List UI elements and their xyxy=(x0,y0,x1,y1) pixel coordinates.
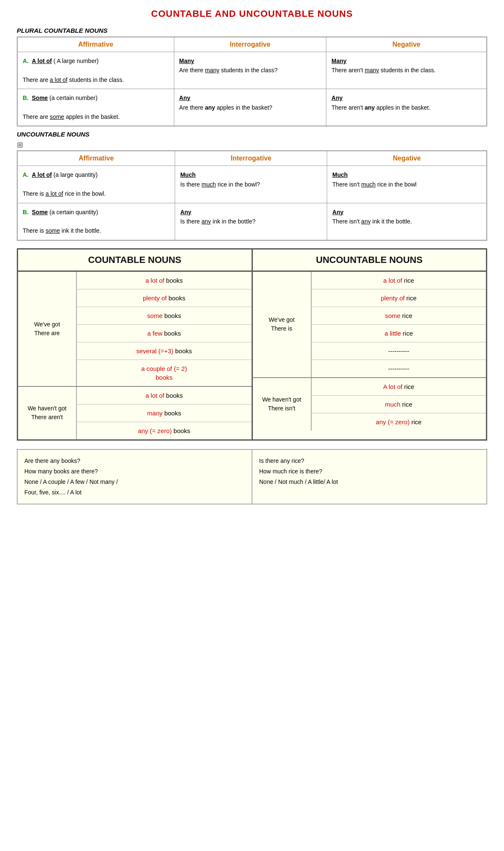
col-interrogative-2: Interrogative xyxy=(175,151,327,166)
list-item: plenty of rice xyxy=(312,289,486,307)
list-item: many books xyxy=(77,404,252,422)
page-title: COUNTABLE AND UNCOUNTABLE NOUNS xyxy=(17,8,487,19)
header-uncountable: UNCOUNTABLE NOUNS xyxy=(253,250,486,271)
section1-label: PLURAL COUNTABLE NOUNS xyxy=(17,27,487,34)
questions-rice: Is there any rice? How much rice is ther… xyxy=(252,449,487,504)
list-item: some rice xyxy=(312,307,486,325)
countable-half: We've gotThere are a lot of books plenty… xyxy=(18,272,253,439)
cell-aff-b2: B. Some (a certain quantity) There is so… xyxy=(18,203,175,240)
list-item: any (= zero) rice xyxy=(312,413,486,431)
cell-int-a: Many Are there many students in the clas… xyxy=(174,52,326,89)
term-a-note-2: (a large quantity) xyxy=(53,171,97,178)
list-item: a lot of books xyxy=(77,387,252,404)
int-a2-body: Is there much rice in the bowl? xyxy=(180,181,260,188)
list-item: a lot of books xyxy=(77,272,252,289)
neg-a-body: There aren't many students in the class. xyxy=(331,67,436,74)
list-item: a couple of (= 2)books xyxy=(77,360,252,386)
neg-b2-head: Any xyxy=(332,209,343,215)
cell-neg-a: Many There aren't many students in the c… xyxy=(326,52,487,89)
neg-b-head: Any xyxy=(331,95,342,101)
countable-negative-items: a lot of books many books any (= zero) b… xyxy=(77,387,252,439)
cell-neg-b: Any There aren't any apples in the baske… xyxy=(326,89,487,126)
uncountable-nouns-table: Affirmative Interrogative Negative A. A … xyxy=(17,150,487,240)
neg-a2-body: There isn't much rice in the bowl xyxy=(332,181,416,188)
table-row: Are there any books? How many books are … xyxy=(17,449,487,504)
list-item: ---------- xyxy=(312,360,486,377)
col-negative-2: Negative xyxy=(327,151,487,166)
int-b2-body: Is there any ink in the bottle? xyxy=(180,218,255,225)
cell-aff-b: B. Some (a certain number) There are som… xyxy=(18,89,174,126)
neg-b-body: There aren't any apples in the basket. xyxy=(331,104,430,111)
neg-a-head: Many xyxy=(331,58,346,64)
neg-b2-body: There isn't any ink it the bottle. xyxy=(332,218,412,225)
list-item: some books xyxy=(77,307,252,325)
int-a-head: Many xyxy=(179,58,194,64)
table-row: A. A lot of ( A large number) There are … xyxy=(18,52,487,89)
cell-aff-a2: A. A lot of (a large quantity) There is … xyxy=(18,166,175,203)
countable-positive-label: We've gotThere are xyxy=(18,272,77,386)
countable-positive-section: We've gotThere are a lot of books plenty… xyxy=(18,272,252,387)
table-row: B. Some (a certain quantity) There is so… xyxy=(18,203,487,240)
header-countable: COUNTABLE NOUNS xyxy=(18,250,253,271)
col-affirmative: Affirmative xyxy=(18,37,174,52)
term-b-note: (a certain number) xyxy=(50,95,97,101)
table-row: B. Some (a certain number) There are som… xyxy=(18,89,487,126)
uncountable-positive-section: We've gotThere is a lot of rice plenty o… xyxy=(253,272,486,378)
big-table-header: COUNTABLE NOUNS UNCOUNTABLE NOUNS xyxy=(18,250,486,272)
table-row: A. A lot of (a large quantity) There is … xyxy=(18,166,487,203)
section2-label: UNCOUNTABLE NOUNS xyxy=(17,131,487,138)
countable-positive-items: a lot of books plenty of books some book… xyxy=(77,272,252,386)
cell-int-b: Any Are there any apples in the basket? xyxy=(174,89,326,126)
term-a-lot-of-2: A lot of xyxy=(32,171,52,178)
col-negative: Negative xyxy=(326,37,487,52)
list-item: a few books xyxy=(77,325,252,342)
uncountable-negative-items: A lot of rice much rice any (= zero) ric… xyxy=(312,378,486,431)
neg-a2-head: Much xyxy=(332,171,348,178)
int-a2-head: Much xyxy=(180,171,196,178)
uncountable-half: We've gotThere is a lot of rice plenty o… xyxy=(253,272,486,439)
cell-neg-a2: Much There isn't much rice in the bowl xyxy=(327,166,487,203)
aff-b-body: There are some apples in the basket. xyxy=(23,113,120,120)
cell-int-b2: Any Is there any ink in the bottle? xyxy=(175,203,327,240)
list-item: much rice xyxy=(312,396,486,413)
plus-icon: ⊞ xyxy=(17,140,23,150)
col-interrogative: Interrogative xyxy=(174,37,326,52)
uncountable-negative-section: We haven't gotThere isn't A lot of rice … xyxy=(253,378,486,431)
uncountable-positive-label: We've gotThere is xyxy=(253,272,312,377)
questions-books: Are there any books? How many books are … xyxy=(17,449,252,504)
list-item: several (=+3) books xyxy=(77,342,252,360)
row-label-b: B. xyxy=(23,95,30,101)
row-label-b2: B. xyxy=(23,209,30,215)
uncountable-negative-label: We haven't gotThere isn't xyxy=(253,378,312,431)
list-item: A lot of rice xyxy=(312,378,486,396)
row-label-a: A. xyxy=(23,58,30,64)
list-item: a little rice xyxy=(312,325,486,342)
countable-nouns-table: Affirmative Interrogative Negative A. A … xyxy=(17,37,487,126)
bottom-questions-table: Are there any books? How many books are … xyxy=(17,449,487,505)
term-a-lot-of: A lot of xyxy=(32,58,52,64)
term-some: Some xyxy=(32,95,48,101)
list-item: a lot of rice xyxy=(312,272,486,289)
countable-negative-label: We haven't gotThere aren't xyxy=(18,387,77,439)
list-item: ---------- xyxy=(312,342,486,360)
term-some-2: Some xyxy=(32,209,48,215)
cell-int-a2: Much Is there much rice in the bowl? xyxy=(175,166,327,203)
list-item: any (= zero) books xyxy=(77,422,252,439)
big-table-body: We've gotThere are a lot of books plenty… xyxy=(18,272,486,439)
term-a-note: ( A large number) xyxy=(53,58,98,64)
aff-b2-body: There is some ink it the bottle. xyxy=(23,227,101,234)
term-b-note-2: (a certain quantity) xyxy=(50,209,98,215)
aff-a-body: There are a lot of students in the class… xyxy=(23,76,124,83)
aff-a2-body: There is a lot of rice in the bowl. xyxy=(23,190,106,197)
int-b-body: Are there any apples in the basket? xyxy=(179,104,273,111)
uncountable-positive-items: a lot of rice plenty of rice some rice a… xyxy=(312,272,486,377)
col-affirmative-2: Affirmative xyxy=(18,151,175,166)
int-b-head: Any xyxy=(179,95,190,101)
int-a-body: Are there many students in the class? xyxy=(179,67,278,74)
big-comparison-table: COUNTABLE NOUNS UNCOUNTABLE NOUNS We've … xyxy=(17,248,487,441)
list-item: plenty of books xyxy=(77,289,252,307)
countable-negative-section: We haven't gotThere aren't a lot of book… xyxy=(18,387,252,439)
int-b2-head: Any xyxy=(180,209,191,215)
row-label-a2: A. xyxy=(23,171,30,178)
cell-aff-a: A. A lot of ( A large number) There are … xyxy=(18,52,174,89)
